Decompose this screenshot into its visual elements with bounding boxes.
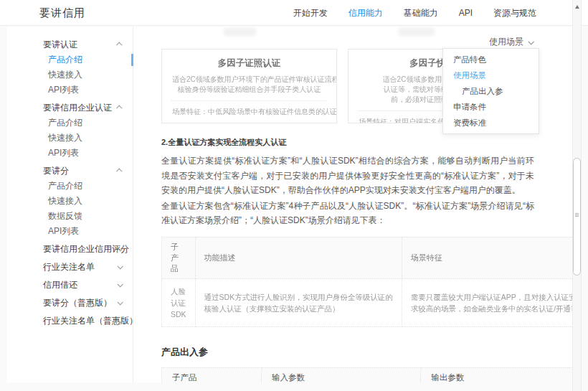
card-footer: 场景特征：中低风险场景中有核验证件信息类的认证场景 <box>172 107 326 117</box>
sidebar-item-quick-access[interactable]: 快速接入 <box>7 67 133 83</box>
col-header-function-desc: 功能描述 <box>195 237 402 278</box>
sidebar-group-enterprise-auth[interactable]: 要讲信用企业认证 <box>7 100 133 116</box>
sidebar-group-enterprise-score[interactable]: 要讲信用企业信用评分 <box>7 242 133 257</box>
content-area: 使用场景 多因子证照认证 适合2C领域多数用户环境下的产品证件审核认证流程，进行… <box>133 27 572 382</box>
sidebar-group-label: 要讲分 <box>43 166 69 176</box>
clipped-section-remnant <box>224 28 256 36</box>
nav-item-basic-ability[interactable]: 基础能力 <box>404 7 438 19</box>
sidebar-item-product-intro[interactable]: 产品介绍 <box>7 179 133 194</box>
section-heading-io-params: 产品出入参 <box>161 346 534 359</box>
table-row: 人脸认证SDK 通过SDK方式进行人脸识别，实现用户身份全等级认证的 核验人认证… <box>162 278 573 326</box>
nav-item-resources[interactable]: 资源与规范 <box>493 7 536 19</box>
chevron-down-icon <box>117 299 123 305</box>
cell-function-desc: 通过SDK方式进行人脸识别，实现用户身份全等级认证的 核验人认证（支撑独立安装的… <box>195 278 402 326</box>
sidebar-group-label: 要讲认证 <box>43 39 77 50</box>
cell-line: 核验人认证（支撑独立安装的认证产品） <box>204 303 393 314</box>
table-header-row: 子产品 输入参数 输出参数 <box>162 367 573 382</box>
menu-item-pricing-standard[interactable]: 资费标准 <box>443 118 539 128</box>
scene-dropdown-label: 使用场景 <box>489 36 523 48</box>
col-header-output-params: 输出参数 <box>421 367 572 382</box>
sidebar-item-label: API列表 <box>48 148 79 158</box>
sidebar-item-product-intro[interactable]: 产品介绍 <box>7 52 133 67</box>
face-auth-sdk-table: 子产品 功能描述 场景特征 人脸认证SDK 通过SDK方式进行人脸识别，实现用户… <box>161 237 572 327</box>
sidebar-item-quick-access[interactable]: 快速接入 <box>7 194 133 209</box>
cell-line: 通过SDK方式进行人脸识别，实现用户身份全等级认证的 <box>204 291 393 303</box>
chevron-up-icon <box>116 105 122 110</box>
clipped-section-remnant <box>399 28 435 36</box>
col-header-scene-features: 场景特征 <box>402 237 572 278</box>
sidebar-item-label: API列表 <box>48 85 79 95</box>
scrollbar-thumb[interactable] <box>573 158 581 275</box>
scene-dropdown-trigger[interactable]: 使用场景 <box>489 36 533 48</box>
sidebar-item-label: 产品介绍 <box>48 55 82 65</box>
sidebar: 要讲认证 产品介绍 快速接入 API列表 要讲信用企业认证 产品介绍 快速接入 … <box>7 27 133 382</box>
cell-scene-features: 需要只覆盖较大用户端认证APP，且对接入认证安全性要 求较高的场景，如金融类业务… <box>402 278 572 326</box>
sidebar-item-api-list[interactable]: API列表 <box>7 83 133 98</box>
card-multi-factor-certificate-auth[interactable]: 多因子证照认证 适合2C领域多数用户环境下的产品证件审核认证流程，进行证照识别，… <box>161 49 337 123</box>
sidebar-group-label: 要讲分（普惠版） <box>43 298 112 308</box>
table-header-row: 子产品 功能描述 场景特征 <box>162 237 573 278</box>
sidebar-group-label: 行业关注名单 <box>43 262 95 272</box>
io-params-table: 子产品 输入参数 输出参数 多因子人脸认证 多因子证照和人脸认证 多因子证照认证… <box>161 367 572 383</box>
sidebar-group-credit-borrow[interactable]: 信用借还 <box>7 278 133 293</box>
top-header: 要讲信用 开始开发 信用能力 基础能力 API 资源与规范 <box>0 0 588 26</box>
menu-item-product-features[interactable]: 产品特色 <box>443 55 539 65</box>
sidebar-item-data-feedback[interactable]: 数据反馈 <box>7 209 133 224</box>
sidebar-group-label: 要讲信用企业信用评分 <box>43 244 129 254</box>
sidebar-group-score[interactable]: 要讲分 <box>7 164 133 179</box>
card-footer-line: 场景特征：中低风险场景中有核验证件信息类的认证场景 <box>172 107 326 117</box>
cell-subproduct: 人脸认证SDK <box>162 278 196 326</box>
sidebar-item-label: 快速接入 <box>48 70 82 80</box>
sidebar-group-renzheng[interactable]: 要讲认证 <box>7 37 133 52</box>
sidebar-group-score-puhui[interactable]: 要讲分（普惠版） <box>7 296 133 311</box>
card-divider <box>171 100 328 101</box>
top-nav: 开始开发 信用能力 基础能力 API 资源与规范 <box>293 0 536 26</box>
sidebar-item-quick-access[interactable]: 快速接入 <box>7 131 133 146</box>
sidebar-group-watchlist[interactable]: 行业关注名单 <box>7 260 133 275</box>
paragraph-full-auth-2: 全量认证方案包含“标准认证方案”4种子产品以及“人脸认证SDK”。“标准认证方案… <box>161 199 534 228</box>
nav-item-start-dev[interactable]: 开始开发 <box>293 7 328 19</box>
sidebar-item-label: 产品介绍 <box>48 181 82 191</box>
sidebar-item-label: 产品介绍 <box>48 118 82 128</box>
sidebar-item-api-list[interactable]: API列表 <box>7 146 133 161</box>
sidebar-group-label: 行业关注名单（普惠版） <box>43 316 138 326</box>
main-panel: 要讲认证 产品介绍 快速接入 API列表 要讲信用企业认证 产品介绍 快速接入 … <box>7 27 572 382</box>
scene-dropdown-menu: 产品特色 使用场景 产品出入参 申请条件 资费标准 <box>442 48 539 134</box>
section-heading-full-auth: 2.全量认证方案实现全流程实人认证 <box>161 137 534 148</box>
sidebar-group-label: 要讲信用企业认证 <box>43 103 112 113</box>
nav-item-api[interactable]: API <box>459 8 473 18</box>
col-header-subproduct: 子产品 <box>162 237 196 278</box>
chevron-up-icon <box>116 168 122 174</box>
nav-item-credit-ability[interactable]: 信用能力 <box>348 7 383 19</box>
cell-line: 需要只覆盖较大用户端认证APP，且对接入认证安全性要 <box>411 291 572 303</box>
site-logo[interactable]: 要讲信用 <box>39 0 85 26</box>
chevron-down-icon <box>528 39 534 44</box>
col-header-subproduct: 子产品 <box>162 367 262 382</box>
card-title: 多因子证照认证 <box>162 57 336 70</box>
chevron-down-icon <box>117 263 123 269</box>
sidebar-group-watchlist-puhui[interactable]: 行业关注名单（普惠版） <box>7 314 133 329</box>
vertical-scrollbar[interactable] <box>572 0 582 391</box>
sidebar-item-label: 快速接入 <box>48 133 82 143</box>
scrollbar-grip-icon <box>575 213 579 217</box>
scroll-up-arrow-icon[interactable] <box>575 5 579 9</box>
sidebar-item-api-list[interactable]: API列表 <box>7 224 133 239</box>
sidebar-item-label: API列表 <box>48 226 79 236</box>
menu-item-usage-scenarios[interactable]: 使用场景 <box>443 71 539 80</box>
card-desc-line: 适合2C领域多数用户环境下的产品证件审核认证流程，进行证照识别，需先 <box>172 75 326 85</box>
sidebar-item-label: 数据反馈 <box>48 211 82 221</box>
menu-item-application-conditions[interactable]: 申请条件 <box>443 103 539 112</box>
cell-line: 求较高的场景，如金融类业务中的实名认证/开通等场景 <box>411 303 572 314</box>
col-header-input-params: 输入参数 <box>262 367 421 382</box>
chevron-down-icon <box>117 281 123 287</box>
card-description: 适合2C领域多数用户环境下的产品证件审核认证流程，进行证照识别，需先 核验身份等… <box>172 75 326 95</box>
chevron-up-icon <box>116 42 122 47</box>
menu-item-product-io-params[interactable]: 产品出入参 <box>443 87 539 96</box>
card-desc-line: 核验身份等级验证精细组合并手段子类人认证 <box>172 85 326 95</box>
sidebar-group-label: 信用借还 <box>43 280 77 290</box>
sidebar-item-label: 快速接入 <box>48 196 82 206</box>
sidebar-item-product-intro[interactable]: 产品介绍 <box>7 116 133 131</box>
paragraph-full-auth-1: 全量认证方案提供“标准认证方案”和“人脸认证SDK”相结合的综合方案，能够自动判… <box>161 154 534 198</box>
